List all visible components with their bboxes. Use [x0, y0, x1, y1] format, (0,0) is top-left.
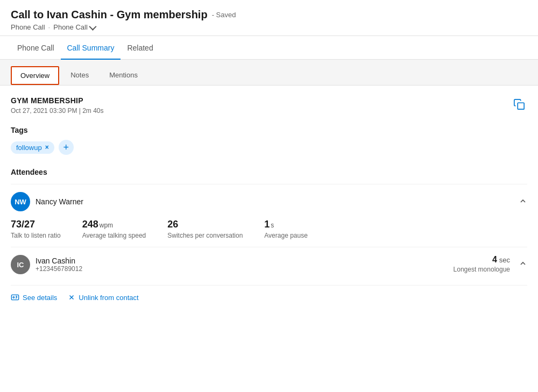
attendee-phone-ic: +123456789012: [36, 265, 82, 273]
svg-point-2: [13, 297, 15, 298]
stat-pause-unit: s: [271, 222, 274, 229]
tag-followup: followup ×: [11, 141, 54, 154]
stat-switches-value: 26: [167, 219, 243, 230]
tags-section: Tags followup × +: [11, 126, 527, 155]
monologue-value: 4: [492, 255, 497, 264]
unlink-icon: [68, 294, 75, 301]
footer-actions: See details Unlink from contact: [11, 285, 527, 302]
breadcrumb-chevron-down-icon: [89, 23, 96, 30]
stat-talking-speed: 248wpm Average talking speed: [82, 219, 146, 239]
breadcrumb-sep: ·: [48, 23, 51, 31]
unlink-label: Unlink from contact: [79, 294, 138, 302]
avatar-ic: IC: [11, 255, 30, 274]
page-header: Call to Ivan Cashin - Gym membership - S…: [0, 0, 538, 36]
primary-tabs: Phone Call Call Summary Related: [0, 36, 538, 60]
attendees-label: Attendees: [11, 168, 527, 176]
tag-remove-button[interactable]: ×: [45, 144, 49, 151]
see-details-link[interactable]: See details: [11, 293, 57, 302]
breadcrumb-phone-call-2[interactable]: Phone Call: [53, 23, 95, 31]
tag-add-button[interactable]: +: [59, 140, 74, 155]
attendee-details-ic: Ivan Cashin +123456789012: [36, 256, 82, 273]
stat-talking-speed-value: 248wpm: [82, 219, 146, 230]
ivan-monologue-stat: 4 sec Longest monologue: [454, 255, 510, 273]
attendee-info-nw: NW Nancy Warner: [11, 192, 83, 211]
attendee-block-nw: NW Nancy Warner 73/27: [11, 184, 527, 239]
see-details-label: See details: [23, 294, 57, 302]
call-info-text: GYM MEMBERSHIP Oct 27, 2021 03:30 PM | 2…: [11, 96, 104, 115]
tab-overview[interactable]: Overview: [11, 66, 59, 85]
breadcrumb-item1-label: Phone Call: [11, 23, 45, 31]
title-text: Call to Ivan Cashin - Gym membership: [11, 9, 208, 21]
breadcrumb: Phone Call · Phone Call: [11, 23, 527, 31]
call-meta: Oct 27, 2021 03:30 PM | 2m 40s: [11, 107, 104, 115]
tags-label: Tags: [11, 126, 527, 134]
attendee-name-ic: Ivan Cashin: [36, 256, 82, 265]
copy-button[interactable]: [511, 96, 527, 115]
main-content: GYM MEMBERSHIP Oct 27, 2021 03:30 PM | 2…: [0, 85, 538, 312]
breadcrumb-item2-label: Phone Call: [53, 23, 88, 31]
stats-row-nw: 73/27 Talk to listen ratio 248wpm Averag…: [11, 219, 527, 239]
tab-call-summary[interactable]: Call Summary: [61, 36, 121, 60]
attendee-block-ic: IC Ivan Cashin +123456789012 4 sec: [11, 247, 527, 274]
stat-wpm-unit: wpm: [100, 222, 113, 229]
tab-phone-call[interactable]: Phone Call: [11, 36, 61, 60]
stat-avg-pause-label: Average pause: [264, 232, 308, 239]
call-info-section: GYM MEMBERSHIP Oct 27, 2021 03:30 PM | 2…: [11, 96, 527, 115]
tags-row: followup × +: [11, 140, 527, 155]
avatar-nw: NW: [11, 192, 30, 211]
attendee-header-nw: NW Nancy Warner: [11, 192, 527, 211]
tag-name: followup: [16, 144, 42, 152]
stat-talk-listen: 73/27 Talk to listen ratio: [11, 219, 61, 239]
monologue-label: Longest monologue: [454, 266, 510, 273]
attendees-section: Attendees NW Nancy Warner: [11, 168, 527, 274]
avatar-initials-ic: IC: [17, 261, 24, 269]
id-card-icon: [11, 293, 19, 302]
tab-related[interactable]: Related: [121, 36, 159, 60]
secondary-tabs-wrapper: Overview Notes Mentions: [0, 60, 538, 85]
call-title: GYM MEMBERSHIP: [11, 96, 104, 105]
breadcrumb-phone-call-1[interactable]: Phone Call: [11, 23, 45, 31]
tag-add-icon: +: [63, 142, 69, 153]
collapse-nw-button[interactable]: [519, 197, 527, 207]
ivan-right-section: 4 sec Longest monologue: [454, 255, 527, 273]
saved-badge: - Saved: [212, 11, 236, 19]
attendee-name-nw: Nancy Warner: [36, 197, 83, 206]
stat-talk-listen-label: Talk to listen ratio: [11, 232, 61, 239]
stat-talking-speed-label: Average talking speed: [82, 232, 146, 239]
collapse-ic-button[interactable]: [519, 259, 527, 269]
monologue-unit-text: sec: [499, 256, 510, 264]
avatar-initials-nw: NW: [15, 198, 26, 206]
stat-switches: 26 Switches per conversation: [167, 219, 243, 239]
stat-talk-listen-value: 73/27: [11, 219, 61, 230]
stat-avg-pause-value: 1s: [264, 219, 308, 230]
page-title: Call to Ivan Cashin - Gym membership - S…: [11, 9, 527, 21]
ivan-monologue-value: 4 sec: [454, 255, 510, 265]
tab-mentions[interactable]: Mentions: [100, 66, 147, 85]
unlink-contact-link[interactable]: Unlink from contact: [68, 294, 138, 302]
svg-rect-0: [518, 103, 524, 109]
attendee-info-ic: IC Ivan Cashin +123456789012: [11, 255, 82, 274]
stat-switches-label: Switches per conversation: [167, 232, 243, 239]
secondary-tabs: Overview Notes Mentions: [11, 66, 527, 85]
tab-notes[interactable]: Notes: [61, 66, 98, 85]
stat-avg-pause: 1s Average pause: [264, 219, 308, 239]
